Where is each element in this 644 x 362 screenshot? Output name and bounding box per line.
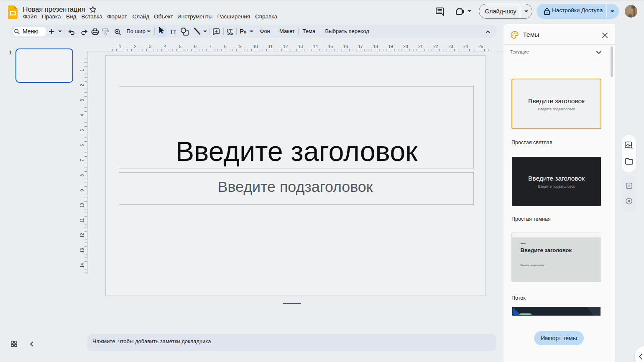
svg-text:23: 23 bbox=[448, 44, 453, 49]
svg-text:3: 3 bbox=[80, 99, 84, 102]
svg-text:3: 3 bbox=[149, 44, 152, 49]
svg-text:8: 8 bbox=[224, 44, 227, 49]
svg-text:24: 24 bbox=[463, 44, 468, 49]
svg-text:12: 12 bbox=[80, 233, 84, 238]
svg-text:13: 13 bbox=[80, 248, 84, 253]
svg-text:11: 11 bbox=[268, 44, 273, 49]
svg-text:1: 1 bbox=[80, 69, 84, 71]
svg-text:4: 4 bbox=[164, 44, 166, 49]
svg-text:19: 19 bbox=[388, 44, 393, 49]
svg-text:1: 1 bbox=[119, 44, 122, 49]
svg-text:13: 13 bbox=[298, 44, 303, 49]
svg-text:14: 14 bbox=[80, 263, 84, 268]
svg-text:6: 6 bbox=[80, 144, 84, 146]
svg-text:22: 22 bbox=[433, 44, 438, 49]
svg-text:17: 17 bbox=[358, 44, 363, 49]
svg-text:20: 20 bbox=[403, 44, 408, 49]
svg-text:12: 12 bbox=[283, 44, 288, 49]
svg-text:9: 9 bbox=[239, 44, 242, 49]
svg-text:2: 2 bbox=[80, 84, 84, 87]
svg-text:9: 9 bbox=[80, 189, 84, 191]
svg-text:14: 14 bbox=[313, 44, 318, 49]
svg-text:15: 15 bbox=[328, 44, 333, 49]
svg-text:2: 2 bbox=[134, 44, 137, 49]
svg-text:10: 10 bbox=[80, 203, 84, 208]
svg-text:18: 18 bbox=[373, 44, 378, 49]
svg-text:11: 11 bbox=[80, 218, 84, 222]
svg-text:8: 8 bbox=[80, 174, 84, 176]
svg-text:6: 6 bbox=[194, 44, 197, 49]
svg-text:10: 10 bbox=[253, 44, 258, 49]
svg-text:7: 7 bbox=[80, 159, 84, 161]
svg-text:5: 5 bbox=[80, 129, 84, 131]
svg-text:21: 21 bbox=[418, 44, 423, 49]
svg-text:5: 5 bbox=[179, 44, 181, 49]
svg-text:25: 25 bbox=[478, 44, 483, 49]
svg-text:16: 16 bbox=[343, 44, 348, 49]
svg-text:4: 4 bbox=[80, 114, 84, 116]
svg-text:7: 7 bbox=[209, 44, 212, 49]
